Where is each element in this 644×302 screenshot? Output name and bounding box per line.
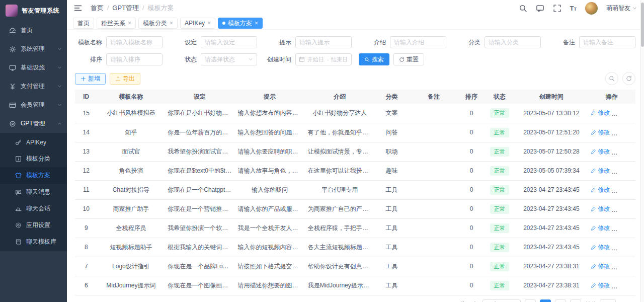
page-size-select[interactable]: 10条/页 bbox=[482, 299, 521, 302]
table-search-toggle-icon[interactable] bbox=[605, 72, 618, 85]
font-size-icon[interactable]: TT bbox=[570, 5, 577, 12]
filter-input-提示[interactable]: 请输入提示 bbox=[295, 36, 352, 48]
sidebar-item-基础设施[interactable]: 基础设施 bbox=[0, 58, 67, 77]
next-page-button[interactable]: > bbox=[570, 299, 581, 302]
filter-daterange[interactable]: 开始日期 - 结束日期 bbox=[295, 53, 352, 65]
tab-close-icon[interactable]: × bbox=[207, 20, 211, 26]
delete-link[interactable]: 删除 bbox=[617, 224, 635, 233]
edit-link[interactable]: 修改 bbox=[591, 262, 610, 271]
submenu-item-聊天消息[interactable]: 聊天消息 bbox=[0, 184, 67, 200]
cell-操作: 修改 删除 bbox=[588, 104, 635, 123]
tab-模板方案[interactable]: 模板方案× bbox=[218, 18, 263, 29]
sidebar-item-home[interactable]: 首页 bbox=[0, 21, 67, 40]
filter-input-设定[interactable]: 请输入设定 bbox=[201, 36, 257, 48]
breadcrumb-item: 模板方案 bbox=[147, 4, 174, 13]
page-button-2[interactable]: 2 bbox=[555, 299, 566, 302]
input-placeholder: 请输入提示 bbox=[299, 38, 330, 47]
filter-input-分类[interactable]: 请输入分类 bbox=[485, 36, 541, 48]
page-button-1[interactable]: 1 bbox=[540, 299, 551, 302]
input-placeholder: 请输入模板名称 bbox=[110, 38, 152, 47]
fullscreen-icon[interactable] bbox=[553, 4, 561, 13]
tab-首页[interactable]: 首页 bbox=[73, 18, 94, 29]
prev-page-button[interactable]: < bbox=[525, 299, 536, 302]
user-avatar[interactable] bbox=[585, 2, 598, 15]
add-button[interactable]: 新增 bbox=[75, 73, 106, 85]
delete-link[interactable]: 删除 bbox=[617, 281, 635, 290]
delete-link-label: 删除 bbox=[624, 167, 635, 175]
filter-label: 设定 bbox=[170, 38, 201, 47]
search-button[interactable]: 搜索 bbox=[359, 53, 389, 65]
search-icon[interactable] bbox=[519, 4, 527, 13]
cell-状态: 正常 bbox=[484, 238, 515, 257]
scrollbar-thumb[interactable] bbox=[641, 3, 644, 47]
filter-input-模板名称[interactable]: 请输入模板名称 bbox=[106, 36, 163, 48]
filter-input-备注[interactable]: 请输入备注 bbox=[579, 36, 635, 48]
filter-input-介绍[interactable]: 请输入介绍 bbox=[390, 36, 446, 48]
cell-提示: 请输入你的产品或服务关键... bbox=[234, 199, 304, 218]
status-badge: 正常 bbox=[490, 223, 509, 233]
content: 模板名称请输入模板名称设定请输入设定提示请输入提示介绍请输入介绍分类请输入分类备… bbox=[67, 30, 644, 302]
delete-link[interactable]: 删除 bbox=[617, 147, 635, 156]
edit-link[interactable]: 修改 bbox=[591, 224, 610, 233]
window-scrollbar[interactable] bbox=[640, 0, 644, 302]
delete-link[interactable]: 删除 bbox=[617, 262, 635, 271]
cell-创建时间: 2023-05-07 12:50:28 bbox=[515, 142, 588, 161]
delete-link[interactable]: 删除 bbox=[617, 205, 635, 213]
sidebar-item-系统管理[interactable]: 系统管理 bbox=[0, 40, 67, 58]
delete-icon bbox=[617, 110, 622, 116]
submenu-item-模板方案[interactable]: 模板方案 bbox=[0, 167, 67, 184]
hamburger-icon[interactable] bbox=[73, 4, 83, 12]
delete-icon bbox=[617, 168, 622, 174]
edit-link[interactable]: 修改 bbox=[591, 147, 610, 156]
edit-link[interactable]: 修改 bbox=[591, 167, 610, 175]
delete-link[interactable]: 删除 bbox=[617, 243, 635, 252]
delete-link[interactable]: 删除 bbox=[617, 128, 635, 137]
delete-link-label: 删除 bbox=[624, 109, 635, 117]
submenu-item-模板分类[interactable]: 模板分类 bbox=[0, 150, 67, 167]
sidebar-item-支付管理[interactable]: 支付管理 bbox=[0, 77, 67, 96]
breadcrumb-item[interactable]: 首页 bbox=[91, 4, 104, 13]
sidebar-item-会员管理[interactable]: 会员管理 bbox=[0, 96, 67, 114]
edit-link[interactable]: 修改 bbox=[591, 243, 610, 252]
delete-link-label: 删除 bbox=[624, 224, 635, 233]
edit-link[interactable]: 修改 bbox=[591, 109, 610, 117]
export-button[interactable]: 导出 bbox=[110, 73, 140, 85]
filter-模板名称: 模板名称请输入模板名称 bbox=[75, 36, 163, 48]
submenu-item-聊天会话[interactable]: 聊天会话 bbox=[0, 200, 67, 217]
edit-link[interactable]: 修改 bbox=[591, 128, 610, 137]
tab-close-icon[interactable]: × bbox=[128, 20, 131, 26]
cell-排序: 0 bbox=[459, 238, 484, 257]
delete-link[interactable]: 删除 bbox=[617, 109, 635, 117]
filter-label: 分类 bbox=[453, 38, 485, 47]
table-refresh-icon[interactable] bbox=[622, 72, 635, 85]
delete-link[interactable]: 删除 bbox=[617, 167, 635, 175]
table-header-row: ID模板名称设定提示介绍分类备注排序状态创建时间操作 bbox=[75, 90, 635, 104]
cell-分类: 文案 bbox=[375, 104, 409, 123]
delete-link[interactable]: 删除 bbox=[617, 186, 635, 194]
submenu-item-聊天模板库[interactable]: 聊天模板库 bbox=[0, 234, 67, 250]
tab-close-icon[interactable]: × bbox=[170, 20, 173, 26]
edit-link[interactable]: 修改 bbox=[591, 281, 610, 290]
user-menu[interactable]: 萌萌智友 bbox=[606, 4, 637, 13]
tab-模板分类[interactable]: 模板分类× bbox=[138, 18, 178, 29]
yen-icon bbox=[9, 83, 16, 90]
edit-link[interactable]: 修改 bbox=[591, 186, 610, 194]
cell-设定: 你现在是$text0中的$text1，... bbox=[165, 161, 234, 180]
message-bubble-icon[interactable] bbox=[536, 4, 544, 13]
submenu-item-应用设置[interactable]: 应用设置 bbox=[0, 217, 67, 234]
reset-button[interactable]: 重置 bbox=[393, 53, 424, 65]
cell-ID: 10 bbox=[75, 199, 98, 218]
sidebar-item-GPT管理[interactable]: GPT管理 bbox=[0, 114, 67, 133]
edit-link[interactable]: 修改 bbox=[591, 205, 610, 213]
tab-close-icon[interactable]: × bbox=[255, 20, 258, 26]
barchart-icon bbox=[15, 205, 22, 212]
submenu-item-APIKey[interactable]: APIKey bbox=[0, 134, 67, 150]
filter-select-状态[interactable]: 请选择状态 bbox=[201, 53, 257, 65]
edit-link-label: 修改 bbox=[598, 109, 610, 117]
app-logo[interactable]: 智友管理系统 bbox=[0, 0, 67, 21]
jump-input[interactable]: 1 bbox=[600, 299, 616, 302]
filter-input-排序[interactable]: 请输入排序 bbox=[106, 53, 163, 65]
breadcrumb-item[interactable]: GPT管理 bbox=[112, 4, 139, 13]
tab-粉丝关系[interactable]: 粉丝关系× bbox=[97, 18, 136, 29]
tab-APIKey[interactable]: APIKey× bbox=[180, 18, 215, 29]
